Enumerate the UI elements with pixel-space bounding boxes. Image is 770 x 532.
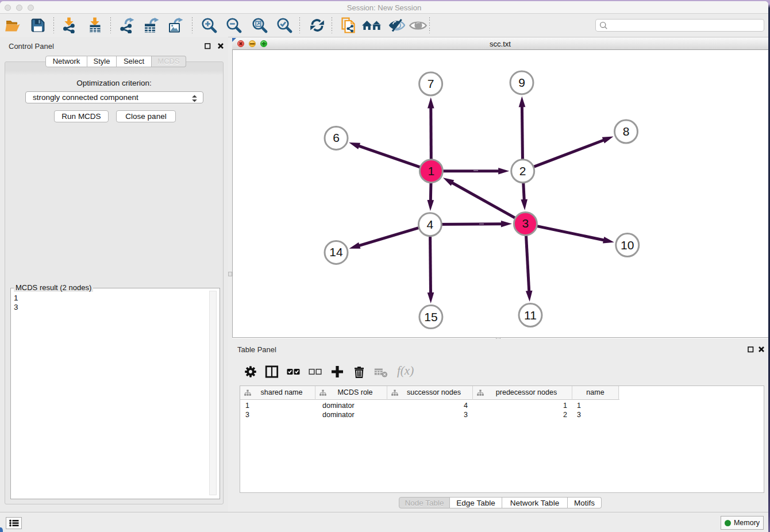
svg-text:1: 1	[428, 164, 435, 178]
svg-text:3: 3	[522, 217, 529, 230]
svg-text:6: 6	[333, 131, 340, 144]
svg-text:11: 11	[524, 309, 537, 322]
svg-text:7: 7	[428, 77, 434, 90]
svg-text:10: 10	[621, 238, 634, 252]
svg-text:2: 2	[519, 164, 526, 178]
svg-text:14: 14	[329, 245, 343, 259]
svg-text:4: 4	[427, 218, 434, 231]
svg-text:15: 15	[424, 310, 437, 323]
svg-text:8: 8	[623, 125, 630, 138]
svg-text:9: 9	[518, 76, 525, 89]
